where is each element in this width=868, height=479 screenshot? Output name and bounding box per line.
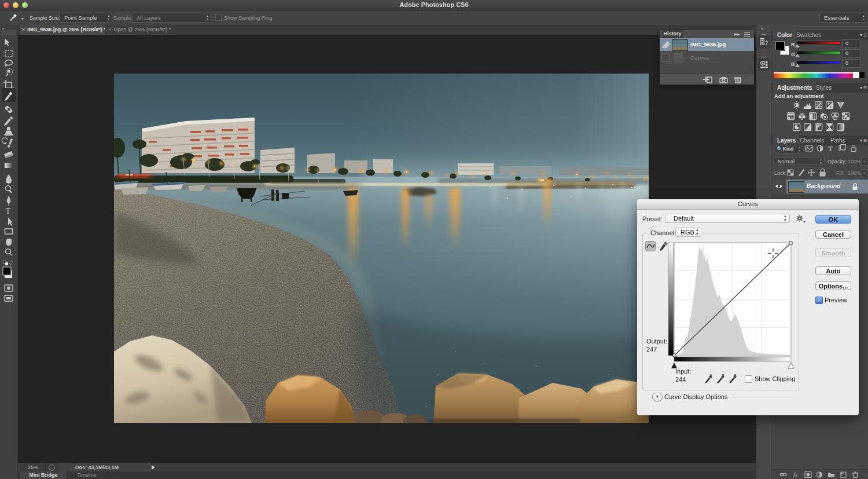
svg-text:T: T [828, 145, 833, 153]
svg-text:fx: fx [793, 471, 798, 478]
svg-text:T: T [6, 207, 11, 215]
